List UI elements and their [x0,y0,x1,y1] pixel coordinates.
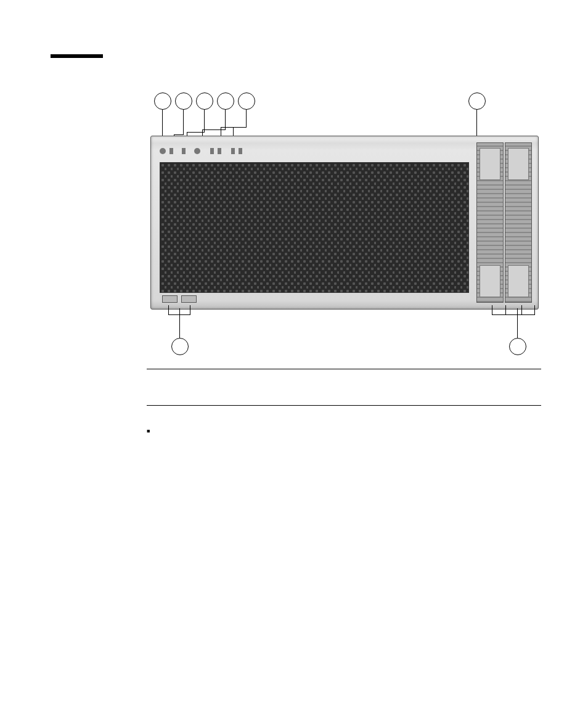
leader-4b [202,129,226,130]
drive-column-2 [505,142,532,303]
leader-7b [168,314,190,315]
drive-column-1 [476,142,504,303]
legend-desc [173,376,344,382]
legend-row [147,382,541,388]
leader-8d [505,305,506,314]
legend-num [344,394,370,400]
leader-8e [521,305,522,314]
page-footer [526,673,540,683]
callout-8 [509,338,526,355]
usb-port-2 [181,295,197,303]
legend-num [344,388,370,394]
leader-7d [190,305,190,314]
legend-num [147,394,173,400]
usb-port-1 [162,295,178,303]
callout-5 [238,92,255,110]
legend-num [147,382,173,388]
callout-6 [468,92,486,110]
legend-num [147,376,173,382]
legend-num [344,382,370,388]
header-rule [51,54,103,58]
server-chassis [150,136,539,310]
leader-5a [246,110,247,127]
leader-8f [534,305,535,314]
legend-desc [173,394,344,400]
legend-desc [173,388,344,394]
front-panel-figure [147,92,541,358]
leader-7c [168,305,169,314]
legend-top-rule [147,369,541,369]
legend-desc [370,394,541,400]
leader-8c [492,305,492,314]
callout-3 [196,92,213,110]
leader-5b [221,127,247,128]
related-info-item [147,425,541,437]
legend-desc [173,382,344,388]
legend-desc [370,388,541,394]
drive-bay [476,142,532,303]
legend-row [147,388,541,394]
legend-desc [370,382,541,388]
callout-4 [217,92,234,110]
leader-2a [183,110,184,134]
leader-7a [179,308,180,338]
legend-num [147,388,173,394]
indicator-strip [160,145,400,156]
page-content [147,54,541,437]
leader-8a [517,308,518,338]
callout-2 [175,92,192,110]
legend-row [147,376,541,382]
usb-ports [162,295,197,304]
leader-2b [174,134,184,135]
legend-num [344,376,370,382]
callout-1 [154,92,171,110]
leader-8b [492,314,535,315]
ventilation-mesh [160,162,469,293]
figure-caption [147,76,541,85]
legend-bottom-rule [147,405,541,406]
legend-desc [370,376,541,382]
legend-table [147,376,541,400]
legend-row [147,394,541,400]
related-info-list [147,425,541,437]
leader-3a [204,110,205,132]
callout-7 [171,338,189,355]
